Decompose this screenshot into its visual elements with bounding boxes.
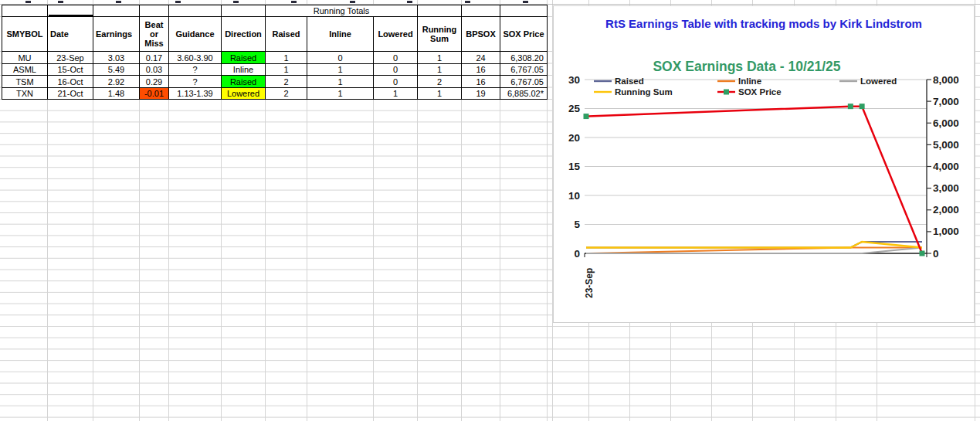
cell-inline[interactable]: 1 — [307, 64, 374, 76]
cell-guidance[interactable]: ? — [169, 64, 222, 76]
series-line-sox-price — [586, 107, 922, 253]
cell-guidance[interactable]: ? — [169, 76, 222, 88]
cell-bpsox[interactable]: 24 — [462, 52, 500, 64]
cell-bpsox[interactable]: 16 — [462, 64, 500, 76]
empty-cell[interactable] — [93, 5, 140, 17]
cell-beat-or-miss[interactable]: -0.01 — [140, 88, 169, 100]
series-line-running-sum — [586, 242, 922, 248]
cell-direction[interactable]: Raised — [222, 52, 266, 64]
sox-chart[interactable]: RtS Earnings Table with tracking mods by… — [553, 5, 975, 323]
cell-beat-or-miss[interactable]: 0.03 — [140, 64, 169, 76]
cell-direction[interactable]: Lowered — [222, 88, 266, 100]
column-header-smybol: SMYBOL — [2, 17, 48, 52]
cell-date[interactable]: 23-Sep — [48, 52, 93, 64]
cell-raised[interactable]: 2 — [266, 76, 307, 88]
cell-earnings[interactable]: 2.92 — [93, 76, 140, 88]
column-header-lowered: Lowered — [374, 17, 418, 52]
legend-label-inline[interactable]: Inline — [738, 76, 761, 86]
clipped-cell-text — [407, 1, 412, 3]
cell-sox-price[interactable]: 6,308.20 — [500, 52, 548, 64]
clipped-cell-text — [175, 1, 181, 3]
clipped-cell-text — [233, 1, 239, 3]
cell-sox-price[interactable]: 6,885.02* — [500, 88, 548, 100]
cell-raised[interactable]: 1 — [266, 64, 307, 76]
column-header-running-sum: Running Sum — [418, 17, 462, 52]
column-header-date: Date — [48, 17, 93, 52]
cell-date[interactable]: 15-Oct — [48, 64, 93, 76]
svg-text:4,000: 4,000 — [933, 161, 959, 172]
svg-text:20: 20 — [568, 132, 580, 144]
clipped-cell-text — [465, 1, 470, 3]
cell-inline[interactable]: 1 — [307, 76, 374, 88]
column-header-row: SMYBOLDateEarningsBeat or MissGuidanceDi… — [2, 17, 548, 52]
cell-sox-price[interactable]: 6,767.05 — [500, 76, 548, 88]
legend-label-lowered[interactable]: Lowered — [860, 76, 897, 86]
empty-cell[interactable] — [169, 5, 222, 17]
cell-earnings[interactable]: 5.49 — [93, 64, 140, 76]
cell-running-sum[interactable]: 1 — [418, 52, 462, 64]
empty-cell[interactable] — [500, 5, 548, 17]
running-totals-group-header: Running Totals — [266, 5, 418, 17]
cell-date[interactable]: 21-Oct — [48, 88, 93, 100]
cell-earnings[interactable]: 3.03 — [93, 52, 140, 64]
x-axis-label: 23-Sep — [584, 268, 595, 298]
cell-direction[interactable]: Raised — [222, 76, 266, 88]
column-header-sox-price: SOX Price — [500, 17, 548, 52]
cell-inline[interactable]: 0 — [307, 52, 374, 64]
svg-text:3,000: 3,000 — [933, 182, 959, 194]
cell-guidance[interactable]: 1.13-1.39 — [169, 88, 222, 100]
svg-text:10: 10 — [568, 190, 580, 202]
cell-beat-or-miss[interactable]: 0.29 — [140, 76, 169, 88]
cell-raised[interactable]: 2 — [266, 88, 307, 100]
cell-raised[interactable]: 1 — [266, 52, 307, 64]
series-marker-sox-price — [584, 114, 589, 119]
cell-inline[interactable]: 1 — [307, 88, 374, 100]
column-header-guidance: Guidance — [169, 17, 222, 52]
cell-lowered[interactable]: 0 — [374, 64, 418, 76]
cell-lowered[interactable]: 0 — [374, 76, 418, 88]
legend-label-running-sum[interactable]: Running Sum — [615, 87, 673, 97]
empty-cell[interactable] — [462, 5, 500, 17]
cell-bpsox[interactable]: 19 — [462, 88, 500, 100]
empty-cell[interactable] — [140, 5, 169, 17]
chart-plot: 3025201510508,0007,0006,0005,0004,0003,0… — [554, 6, 974, 322]
legend-marker-sox-price — [724, 90, 729, 95]
legend-label-sox-price[interactable]: SOX Price — [738, 87, 782, 97]
svg-text:7,000: 7,000 — [933, 96, 959, 107]
clipped-cell-text — [116, 1, 121, 3]
cell-smybol[interactable]: TSM — [2, 76, 48, 88]
svg-text:30: 30 — [568, 74, 580, 86]
cell-smybol[interactable]: ASML — [2, 64, 48, 76]
cell-lowered[interactable]: 1 — [374, 88, 418, 100]
empty-cell[interactable] — [222, 5, 266, 17]
table-row-asml: ASML15-Oct5.490.03?Inline1101166,767.05 — [2, 64, 548, 76]
cell-running-sum[interactable]: 1 — [418, 88, 462, 100]
cell-beat-or-miss[interactable]: 0.17 — [140, 52, 169, 64]
empty-cell[interactable] — [2, 5, 48, 17]
empty-cell[interactable] — [418, 5, 462, 17]
cell-date[interactable]: 16-Oct — [48, 76, 93, 88]
cell-smybol[interactable]: MU — [2, 52, 48, 64]
table-row-mu: MU23-Sep3.030.173.60-3.90Raised1001246,3… — [2, 52, 548, 64]
clipped-cell-text — [58, 1, 63, 3]
spreadsheet: Running Totals SMYBOLDateEarningsBeat or… — [0, 0, 980, 421]
column-header-bpsox: BPSOX — [462, 17, 500, 52]
table-row-tsm: TSM16-Oct2.920.29?Raised2102166,767.05 — [2, 76, 548, 88]
cell-earnings[interactable]: 1.48 — [93, 88, 140, 100]
svg-text:15: 15 — [568, 161, 581, 172]
clipped-cell-text — [25, 1, 31, 3]
cell-sox-price[interactable]: 6,767.05 — [500, 64, 548, 76]
svg-text:2,000: 2,000 — [933, 204, 959, 216]
cell-direction[interactable]: Inline — [222, 64, 266, 76]
cell-running-sum[interactable]: 1 — [418, 64, 462, 76]
cell-guidance[interactable]: 3.60-3.90 — [169, 52, 222, 64]
cell-lowered[interactable]: 0 — [374, 52, 418, 64]
svg-text:5,000: 5,000 — [933, 139, 959, 151]
cell-bpsox[interactable]: 16 — [462, 76, 500, 88]
clipped-cell-text — [291, 1, 297, 3]
cell-smybol[interactable]: TXN — [2, 88, 48, 100]
legend-label-raised[interactable]: Raised — [615, 76, 644, 86]
svg-text:25: 25 — [568, 103, 581, 114]
cell-running-sum[interactable]: 2 — [418, 76, 462, 88]
earnings-table[interactable]: Running Totals SMYBOLDateEarningsBeat or… — [2, 5, 548, 100]
